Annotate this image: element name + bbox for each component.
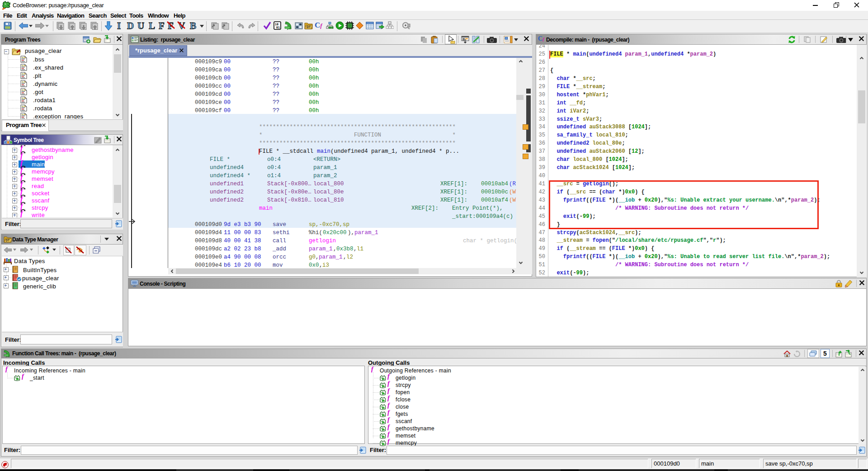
svg-text:DT: DT	[307, 25, 311, 28]
svg-text:01: 01	[276, 26, 280, 29]
svg-text:DT: DT	[6, 239, 10, 242]
